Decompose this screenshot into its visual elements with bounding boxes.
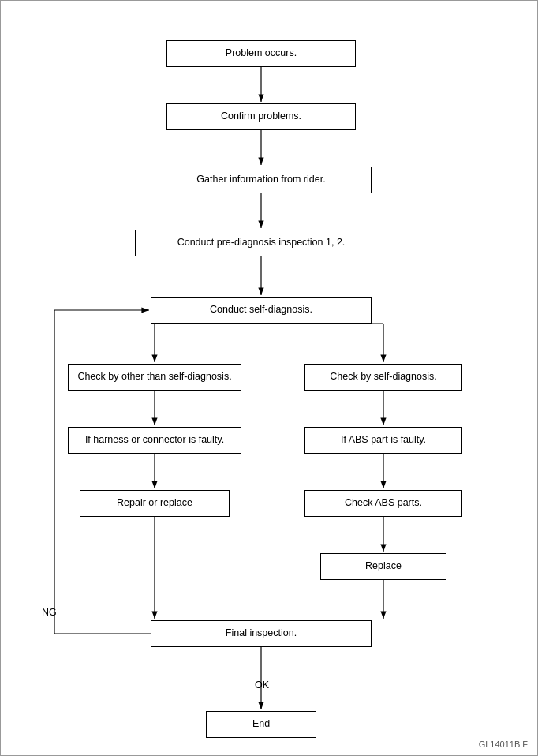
box-self-diag: Conduct self-diagnosis. bbox=[151, 297, 372, 324]
box-problem: Problem occurs. bbox=[166, 40, 356, 67]
box-final: Final inspection. bbox=[151, 620, 372, 647]
box-check-self: Check by self-diagnosis. bbox=[304, 364, 462, 391]
box-gather: Gather information from rider. bbox=[151, 167, 372, 193]
ng-label: NG bbox=[42, 607, 57, 618]
box-pre-diag: Conduct pre-diagnosis inspection 1, 2. bbox=[135, 230, 387, 256]
box-confirm: Confirm problems. bbox=[166, 103, 356, 130]
box-repair: Repair or replace bbox=[80, 490, 230, 517]
page: Problem occurs. Confirm problems. Gather… bbox=[0, 0, 538, 756]
flowchart: Problem occurs. Confirm problems. Gather… bbox=[17, 17, 521, 727]
box-check-other: Check by other than self-diagnosis. bbox=[68, 364, 241, 391]
watermark: GL14011B F bbox=[479, 739, 528, 749]
box-check-abs: Check ABS parts. bbox=[304, 490, 462, 517]
box-end: End bbox=[206, 711, 316, 738]
ok-label: OK bbox=[255, 679, 269, 691]
box-abs-part: If ABS part is faulty. bbox=[304, 427, 462, 454]
box-harness: If harness or connector is faulty. bbox=[68, 427, 241, 454]
box-replace: Replace bbox=[320, 553, 446, 580]
